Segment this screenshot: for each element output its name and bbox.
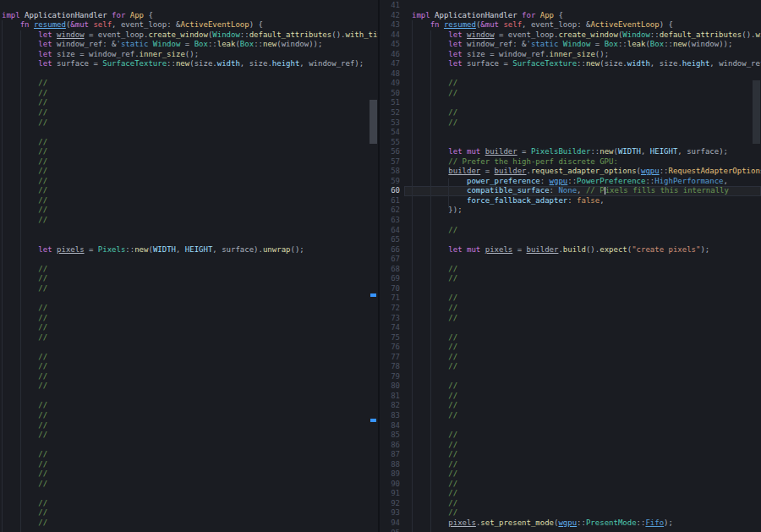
line-number[interactable]: 74 — [380, 323, 404, 333]
line-number[interactable]: 52 — [380, 108, 404, 118]
code-line[interactable]: 86 // — [380, 441, 761, 451]
scrollbar-thumb[interactable] — [753, 80, 760, 144]
code-line[interactable]: // — [0, 314, 378, 324]
line-number[interactable]: 54 — [380, 128, 404, 138]
code-line[interactable]: // — [0, 460, 378, 470]
code-line[interactable]: 78 // — [380, 362, 761, 372]
line-number[interactable]: 79 — [380, 372, 404, 382]
code-line[interactable]: 50 // — [380, 89, 761, 99]
line-number[interactable]: 43 — [380, 20, 404, 30]
code-line[interactable]: fn resumed(&mut self, event_loop: &Activ… — [0, 20, 378, 30]
line-number[interactable]: 80 — [380, 381, 404, 392]
line-number[interactable]: 70 — [380, 284, 404, 294]
code-line[interactable]: // — [0, 98, 378, 108]
code-line[interactable]: 95 — [380, 529, 761, 532]
line-number[interactable]: 87 — [380, 450, 404, 460]
code-line[interactable]: 56 let mut builder = PixelsBuilder::new(… — [380, 147, 761, 157]
code-line[interactable]: 81 // — [380, 392, 761, 402]
code-line[interactable]: 45 let window_ref: &'static Window = Box… — [380, 40, 761, 50]
line-number[interactable]: 94 — [380, 518, 404, 529]
code-line[interactable]: // — [0, 304, 378, 314]
line-number[interactable]: 64 — [380, 226, 404, 236]
code-line[interactable]: // — [0, 353, 378, 363]
line-number[interactable]: 92 — [380, 499, 404, 509]
code-line[interactable]: // — [0, 381, 378, 392]
code-line[interactable]: 59 power_preference: wgpu::PowerPreferen… — [380, 177, 761, 187]
code-line[interactable] — [0, 128, 378, 138]
line-number[interactable]: 76 — [380, 343, 404, 353]
line-number[interactable]: 89 — [380, 469, 404, 480]
line-number[interactable]: 68 — [380, 265, 404, 275]
code-line[interactable]: 48 — [380, 69, 761, 80]
line-number[interactable]: 67 — [380, 255, 404, 265]
code-line[interactable]: let window_ref: &'static Window = Box::l… — [0, 40, 378, 50]
code-line[interactable]: 51 — [380, 98, 761, 108]
code-line[interactable] — [0, 69, 378, 80]
line-number[interactable]: 44 — [380, 30, 404, 41]
code-line[interactable]: // — [0, 196, 378, 206]
code-line[interactable]: 46 let size = window_ref.inner_size(); — [380, 50, 761, 60]
code-line[interactable]: // — [0, 450, 378, 460]
code-line[interactable] — [0, 529, 378, 532]
line-number[interactable]: 46 — [380, 50, 404, 60]
scrollbar-thumb[interactable] — [370, 100, 377, 144]
code-line[interactable]: // — [0, 186, 378, 196]
code-line[interactable] — [0, 392, 378, 402]
code-line[interactable]: 94 pixels.set_present_mode(wgpu::Present… — [380, 518, 761, 529]
code-line[interactable]: 41 — [380, 1, 761, 11]
code-line[interactable]: // — [0, 157, 378, 167]
code-line[interactable]: // — [0, 118, 378, 129]
code-line[interactable]: // — [0, 421, 378, 431]
code-line[interactable] — [0, 226, 378, 236]
code-line[interactable]: 68 // — [380, 265, 761, 275]
line-number[interactable]: 49 — [380, 79, 404, 89]
code-line[interactable]: 71 // — [380, 293, 761, 304]
line-number[interactable]: 75 — [380, 333, 404, 343]
line-number[interactable]: 81 — [380, 392, 404, 402]
line-number[interactable]: 47 — [380, 59, 404, 69]
code-line[interactable]: 53 // — [380, 118, 761, 129]
line-number[interactable]: 41 — [380, 1, 404, 11]
code-line[interactable]: // — [0, 411, 378, 421]
code-line[interactable]: 91 // — [380, 489, 761, 499]
line-number[interactable]: 90 — [380, 480, 404, 490]
code-line[interactable]: // — [0, 138, 378, 148]
code-line[interactable]: 66 let mut pixels = builder.build().expe… — [380, 245, 761, 255]
line-number[interactable]: 45 — [380, 40, 404, 50]
line-number[interactable]: 72 — [380, 304, 404, 314]
line-number[interactable]: 55 — [380, 138, 404, 148]
left-scrollbar[interactable] — [369, 0, 378, 532]
line-number[interactable]: 73 — [380, 314, 404, 324]
line-number[interactable]: 86 — [380, 441, 404, 451]
code-line[interactable]: // — [0, 499, 378, 509]
code-line[interactable]: // — [0, 265, 378, 275]
line-number[interactable]: 95 — [380, 529, 404, 532]
code-line[interactable]: 88 // — [380, 460, 761, 470]
code-line[interactable]: let window = event_loop.create_window(Wi… — [0, 30, 378, 41]
code-line[interactable]: // — [0, 480, 378, 490]
code-line[interactable]: 76 // — [380, 343, 761, 353]
line-number[interactable]: 42 — [380, 11, 404, 21]
editor-pane-right[interactable]: 4142impl ApplicationHandler for App {43 … — [380, 0, 761, 532]
code-line[interactable]: // — [0, 362, 378, 372]
code-line[interactable]: 70 — [380, 284, 761, 294]
code-line[interactable]: 87 // — [380, 450, 761, 460]
code-line[interactable] — [0, 235, 378, 245]
code-line[interactable]: 74 — [380, 323, 761, 333]
code-line[interactable]: 79 — [380, 372, 761, 382]
code-line[interactable]: 47 let surface = SurfaceTexture::new(siz… — [380, 59, 761, 69]
code-line[interactable]: 54 — [380, 128, 761, 138]
code-line[interactable]: // — [0, 147, 378, 157]
code-line[interactable]: 93 // — [380, 508, 761, 518]
code-line[interactable] — [0, 489, 378, 499]
line-number[interactable]: 88 — [380, 460, 404, 470]
code-line[interactable]: // — [0, 108, 378, 118]
code-line[interactable]: // — [0, 469, 378, 480]
line-number[interactable]: 48 — [380, 69, 404, 80]
code-line[interactable]: 49 // — [380, 79, 761, 89]
code-line[interactable]: 61 force_fallback_adapter: false, — [380, 196, 761, 206]
line-number[interactable]: 91 — [380, 489, 404, 499]
code-line[interactable]: // — [0, 89, 378, 99]
code-line[interactable]: // — [0, 167, 378, 177]
line-number[interactable]: 53 — [380, 118, 404, 129]
